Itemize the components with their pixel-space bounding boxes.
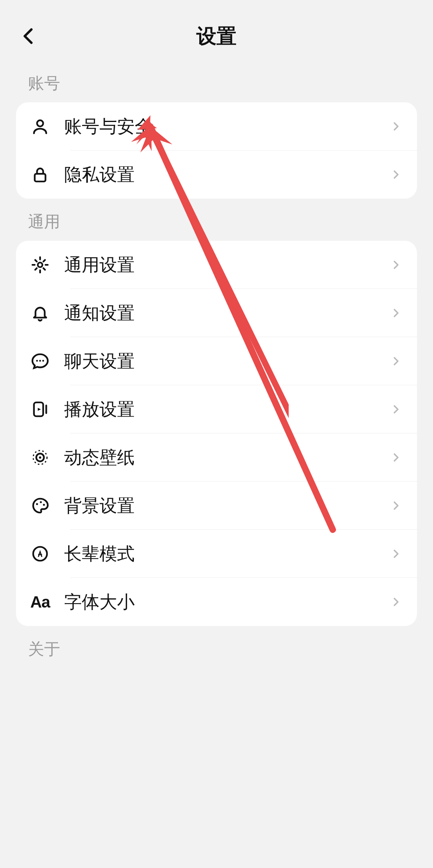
list-item-label: 播放设置 (64, 398, 389, 421)
list-item-label: 字体大小 (64, 590, 389, 614)
wallpaper-icon (30, 447, 50, 468)
svg-rect-1 (35, 174, 46, 181)
svg-point-10 (36, 503, 38, 505)
bell-icon (30, 303, 50, 323)
svg-point-5 (42, 360, 44, 362)
list-item-live-wallpaper[interactable]: 动态壁纸 (16, 433, 417, 482)
chevron-right-icon (389, 354, 403, 368)
list-item-label: 背景设置 (64, 494, 389, 518)
section-header-general: 通用 (0, 199, 433, 241)
user-icon (30, 116, 50, 136)
chevron-right-icon (389, 306, 403, 320)
section-header-account: 账号 (0, 60, 433, 102)
list-item-background-settings[interactable]: 背景设置 (16, 482, 417, 530)
list-item-privacy[interactable]: 隐私设置 (16, 150, 417, 199)
list-item-label: 聊天设置 (64, 350, 389, 373)
svg-point-9 (39, 456, 41, 459)
font-icon: Aa (30, 592, 50, 612)
list-item-account-security[interactable]: 账号与安全 (16, 102, 417, 150)
lock-icon (30, 165, 50, 185)
list-item-font-size[interactable]: Aa 字体大小 (16, 578, 417, 626)
svg-point-3 (36, 360, 38, 362)
chevron-right-icon (389, 120, 403, 133)
chevron-right-icon (389, 547, 403, 561)
chevron-right-icon (389, 499, 403, 512)
list-item-notification-settings[interactable]: 通知设置 (16, 289, 417, 337)
list-item-label: 账号与安全 (64, 115, 389, 138)
chevron-right-icon (389, 402, 403, 416)
list-item-chat-settings[interactable]: 聊天设置 (16, 337, 417, 385)
back-button[interactable] (16, 24, 40, 48)
list-item-label: 通知设置 (64, 301, 389, 325)
general-card: 通用设置 通知设置 聊天设置 播放设置 动态壁纸 背景设置 (16, 241, 417, 626)
chevron-left-icon (18, 26, 38, 46)
chevron-right-icon (389, 258, 403, 272)
svg-point-11 (40, 501, 42, 503)
chat-icon (30, 351, 50, 371)
account-card: 账号与安全 隐私设置 (16, 102, 417, 199)
svg-point-2 (38, 262, 42, 267)
list-item-label: 隐私设置 (64, 163, 389, 187)
page-title: 设置 (196, 23, 237, 50)
chevron-right-icon (389, 595, 403, 609)
accessibility-icon (30, 544, 50, 564)
chevron-right-icon (389, 451, 403, 464)
list-item-label: 通用设置 (64, 253, 389, 277)
svg-point-13 (33, 547, 47, 561)
list-item-elder-mode[interactable]: 长辈模式 (16, 530, 417, 578)
gear-icon (30, 255, 50, 275)
svg-point-12 (43, 504, 45, 506)
list-item-general-settings[interactable]: 通用设置 (16, 241, 417, 289)
status-bar (0, 0, 433, 12)
svg-point-0 (37, 120, 43, 126)
palette-icon (30, 496, 50, 516)
svg-point-4 (39, 360, 41, 362)
list-item-playback-settings[interactable]: 播放设置 (16, 385, 417, 433)
section-header-about: 关于 (0, 626, 433, 668)
list-item-label: 长辈模式 (64, 542, 389, 566)
list-item-label: 动态壁纸 (64, 446, 389, 470)
play-icon (30, 399, 50, 419)
header: 设置 (0, 12, 433, 60)
chevron-right-icon (389, 168, 403, 181)
